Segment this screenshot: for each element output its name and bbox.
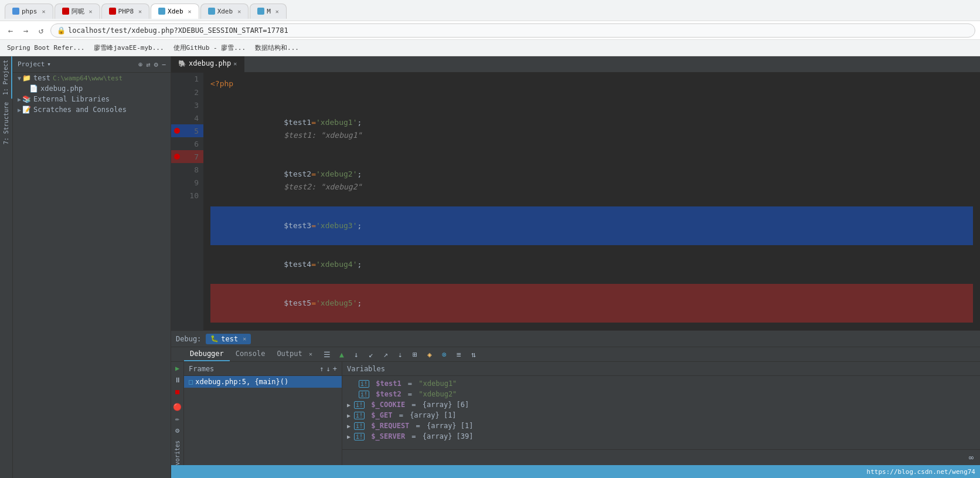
browser-tab-m[interactable]: M ✕ bbox=[250, 4, 287, 19]
status-bar: https://blog.csdn.net/weng74 bbox=[171, 465, 980, 478]
var-arrow-get: ▶ bbox=[347, 412, 351, 419]
var-eq-request: = bbox=[411, 422, 424, 430]
var-item-server[interactable]: ▶ i! $_SERVER = {array} [39] bbox=[342, 431, 980, 442]
stop-icon[interactable]: ■ bbox=[172, 388, 183, 396]
debug-tab-debugger[interactable]: Debugger bbox=[184, 347, 230, 361]
panel-layout-icon[interactable]: ⇄ bbox=[146, 60, 150, 69]
browser-tab-xdeb2[interactable]: Xdeb ✕ bbox=[200, 4, 249, 19]
debug-stepinto-btn[interactable]: ↙ bbox=[365, 348, 377, 361]
browser-tab-2[interactable]: 阿昵 ✕ bbox=[55, 4, 100, 19]
settings-icon-debug[interactable]: ⚙ bbox=[172, 426, 183, 435]
var-item-request[interactable]: ▶ i! $_REQUEST = {array} [1] bbox=[342, 421, 980, 431]
debug-evaluate-btn[interactable]: ⊞ bbox=[409, 348, 421, 361]
var-val-cookie: {array} [6] bbox=[423, 401, 469, 409]
var-badge-test1: i! bbox=[359, 380, 369, 388]
frames-add-icon[interactable]: + bbox=[333, 365, 337, 373]
debug-session-label: test bbox=[221, 335, 238, 343]
tab-favicon-3 bbox=[109, 8, 116, 15]
bp-area-5[interactable] bbox=[171, 128, 183, 134]
debug-session-icon: 🐛 bbox=[210, 335, 219, 343]
var-name-test2: $test2 bbox=[372, 390, 401, 398]
tab-close-m[interactable]: ✕ bbox=[275, 8, 279, 15]
tab-close-xdeb1[interactable]: ✕ bbox=[188, 8, 192, 15]
folder-icon-test: 📁 bbox=[22, 74, 31, 82]
debug-sort-btn[interactable]: ⇅ bbox=[467, 348, 480, 361]
code-text-7: $test5='xdebug5'; bbox=[210, 284, 973, 323]
code-line-3: $test1='xdebug1'; $test1: "xdebug1" bbox=[210, 103, 973, 155]
var-val-test1: "xdebug1" bbox=[418, 379, 457, 388]
forward-button[interactable]: → bbox=[20, 25, 32, 36]
code-line-5: $test3='xdebug3'; bbox=[210, 206, 973, 245]
debug-left-icons: ▶ ⏸ ■ 🔴 ✏ ⚙ 2: Favorites 📌 bbox=[171, 362, 184, 465]
bookmark-springboot[interactable]: Spring Boot Refer... bbox=[5, 43, 87, 53]
bookmark-javaee[interactable]: 廖雪峰javaEE-myb... bbox=[91, 42, 166, 53]
pause-icon[interactable]: ⏸ bbox=[172, 376, 183, 384]
debug-tab-output[interactable]: Output ✕ bbox=[271, 347, 318, 361]
tab-close-3[interactable]: ✕ bbox=[138, 8, 142, 15]
editor-tab-close[interactable]: ✕ bbox=[233, 60, 237, 67]
debug-resume-btn[interactable]: ▲ bbox=[335, 348, 348, 361]
editor-tab-xdebug[interactable]: 🐘 xdebug.php ✕ bbox=[171, 56, 244, 72]
debug-menu-btn[interactable]: ☰ bbox=[321, 348, 334, 361]
panel-header: Project ▾ ⊕ ⇄ ⚙ − bbox=[13, 56, 171, 73]
tree-item-scratches[interactable]: ▶ 📝 Scratches and Consoles bbox=[13, 104, 171, 115]
debug-session-tab[interactable]: 🐛 test ✕ bbox=[206, 334, 251, 344]
line-num-8: 8 bbox=[183, 165, 203, 174]
debug-tab-console[interactable]: Console bbox=[230, 347, 271, 361]
debug-watch-btn[interactable]: ◈ bbox=[423, 348, 436, 361]
line-num-6: 6 bbox=[183, 140, 203, 148]
variables-header: Variables bbox=[342, 362, 980, 376]
debug-stepover-btn[interactable]: ↓ bbox=[350, 348, 363, 361]
edit-icon[interactable]: ✏ bbox=[172, 415, 183, 423]
tree-item-xdebug[interactable]: 📄 xdebug.php bbox=[13, 83, 171, 94]
panel-dropdown-icon: ▾ bbox=[47, 60, 51, 68]
output-tab-close[interactable]: ✕ bbox=[309, 351, 312, 357]
tree-item-external-libs[interactable]: ▶ 📚 External Libraries bbox=[13, 94, 171, 104]
project-vertical-tab[interactable]: 1: Project bbox=[0, 56, 12, 99]
debug-mute-btn[interactable]: ⊗ bbox=[438, 348, 451, 361]
panel-close-icon[interactable]: − bbox=[162, 60, 166, 69]
back-button[interactable]: ← bbox=[5, 25, 16, 36]
url-bar[interactable]: 🔒 localhost/test/xdebug.php?XDEBUG_SESSI… bbox=[50, 23, 975, 38]
tree-label-test: test bbox=[33, 74, 50, 82]
panel-settings-icon[interactable]: ⚙ bbox=[154, 60, 158, 69]
debug-list-btn[interactable]: ≡ bbox=[452, 348, 465, 361]
bookmark-github[interactable]: 使用GitHub - 廖雪... bbox=[171, 42, 248, 53]
var-val-get: {array} [1] bbox=[410, 411, 456, 419]
debug-session-close[interactable]: ✕ bbox=[243, 335, 246, 342]
debug-tabs-bar: Debug: 🐛 test ✕ bbox=[171, 331, 980, 347]
var-eq-server: = bbox=[407, 432, 420, 440]
bookmark-data[interactable]: 数据结构和... bbox=[253, 42, 301, 53]
reload-button[interactable]: ↺ bbox=[35, 25, 47, 36]
browser-tab-phps[interactable]: phps ✕ bbox=[5, 4, 53, 19]
var-item-get[interactable]: ▶ i! $_GET = {array} [1] bbox=[342, 410, 980, 421]
favorites-label[interactable]: 2: Favorites bbox=[174, 438, 181, 465]
frames-header-icons: ↑ ↓ + bbox=[319, 365, 337, 373]
infinity-btn[interactable]: ∞ bbox=[965, 451, 978, 464]
resume-icon[interactable]: ▶ bbox=[172, 364, 183, 372]
tab-close-phps[interactable]: ✕ bbox=[42, 8, 46, 15]
var-name-test1: $test1 bbox=[372, 379, 401, 388]
debug-run-cursor-btn[interactable]: ⇣ bbox=[394, 348, 407, 361]
frames-down-icon[interactable]: ↓ bbox=[326, 365, 331, 373]
inspect-icon[interactable]: 🔴 bbox=[172, 403, 183, 411]
tab-close-xdeb2[interactable]: ✕ bbox=[237, 8, 241, 15]
line-num-9: 9 bbox=[183, 178, 203, 187]
php-file-icon: 🐘 bbox=[178, 60, 186, 67]
structure-vertical-tab[interactable]: 7: Structure bbox=[1, 99, 12, 148]
panel-globe-icon[interactable]: ⊕ bbox=[138, 60, 142, 69]
tree-item-test[interactable]: ▼ 📁 test C:\wamp64\www\test bbox=[13, 73, 171, 83]
tab-close-2[interactable]: ✕ bbox=[89, 8, 93, 15]
code-line-6: $test4='xdebug4'; bbox=[210, 245, 973, 284]
browser-tab-xdeb1[interactable]: Xdeb ✕ bbox=[151, 4, 199, 19]
editor-area: 🐘 xdebug.php ✕ 1 2 3 bbox=[171, 56, 980, 478]
var-item-cookie[interactable]: ▶ i! $_COOKIE = {array} [6] bbox=[342, 399, 980, 410]
debug-stepout-btn[interactable]: ↗ bbox=[379, 348, 392, 361]
code-text-4: $test2='xdebug2'; $test2: "xdebug2" bbox=[210, 155, 973, 206]
code-content[interactable]: <?php $test1='xdebug1'; $test1: "xdebug1… bbox=[203, 73, 980, 330]
frames-up-icon[interactable]: ↑ bbox=[319, 365, 324, 373]
bp-area-7[interactable] bbox=[171, 154, 183, 160]
browser-tab-3[interactable]: PHP8 ✕ bbox=[101, 4, 150, 19]
var-item-test1: i! $test1 = "xdebug1" bbox=[342, 378, 980, 389]
frame-item-0[interactable]: □ xdebug.php:5, {main}() bbox=[184, 376, 342, 388]
